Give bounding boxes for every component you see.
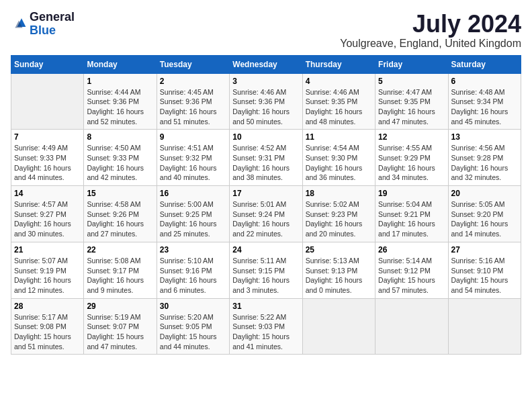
calendar-week-row: 21Sunrise: 5:07 AM Sunset: 9:19 PM Dayli… [11,242,521,298]
day-number: 7 [14,132,81,142]
day-info: Sunrise: 5:19 AM Sunset: 9:07 PM Dayligh… [87,312,153,352]
day-info: Sunrise: 5:02 AM Sunset: 9:23 PM Dayligh… [306,199,372,239]
day-info: Sunrise: 4:47 AM Sunset: 9:35 PM Dayligh… [378,87,445,127]
location-subtitle: Youlgreave, England, United Kingdom [340,38,521,50]
calendar-cell: 18Sunrise: 5:02 AM Sunset: 9:23 PM Dayli… [302,186,375,242]
calendar-cell: 21Sunrise: 5:07 AM Sunset: 9:19 PM Dayli… [11,242,84,298]
day-info: Sunrise: 4:54 AM Sunset: 9:30 PM Dayligh… [306,143,372,183]
calendar-cell: 28Sunrise: 5:17 AM Sunset: 9:08 PM Dayli… [11,298,84,355]
day-number: 13 [451,132,518,142]
calendar-cell: 4Sunrise: 4:46 AM Sunset: 9:35 PM Daylig… [302,73,375,130]
day-number: 26 [378,245,445,255]
calendar-cell: 6Sunrise: 4:48 AM Sunset: 9:34 PM Daylig… [448,73,521,130]
day-info: Sunrise: 5:22 AM Sunset: 9:03 PM Dayligh… [232,312,299,352]
day-info: Sunrise: 5:20 AM Sunset: 9:05 PM Dayligh… [160,312,226,352]
calendar-cell: 11Sunrise: 4:54 AM Sunset: 9:30 PM Dayli… [302,130,375,186]
day-number: 1 [87,77,153,86]
weekday-header-friday: Friday [375,55,448,73]
calendar-cell: 5Sunrise: 4:47 AM Sunset: 9:35 PM Daylig… [375,73,448,130]
calendar-cell [448,298,521,355]
day-info: Sunrise: 5:00 AM Sunset: 9:25 PM Dayligh… [160,199,226,239]
day-number: 9 [160,132,226,142]
calendar-cell: 22Sunrise: 5:08 AM Sunset: 9:17 PM Dayli… [84,242,157,298]
day-number: 12 [378,132,445,142]
calendar-cell: 15Sunrise: 4:58 AM Sunset: 9:26 PM Dayli… [84,186,157,242]
calendar-cell [11,73,84,130]
calendar-cell: 27Sunrise: 5:16 AM Sunset: 9:10 PM Dayli… [448,242,521,298]
day-info: Sunrise: 4:57 AM Sunset: 9:27 PM Dayligh… [14,199,81,239]
calendar-cell: 24Sunrise: 5:11 AM Sunset: 9:15 PM Dayli… [230,242,302,298]
day-info: Sunrise: 5:14 AM Sunset: 9:12 PM Dayligh… [378,256,445,295]
calendar-cell: 19Sunrise: 5:04 AM Sunset: 9:21 PM Dayli… [375,186,448,242]
weekday-header-wednesday: Wednesday [230,55,302,73]
weekday-row: SundayMondayTuesdayWednesdayThursdayFrid… [11,55,521,73]
day-number: 14 [14,189,81,198]
day-number: 4 [306,77,372,86]
day-number: 25 [306,245,372,255]
calendar-cell: 31Sunrise: 5:22 AM Sunset: 9:03 PM Dayli… [230,298,302,355]
month-title: July 2024 [340,11,521,38]
day-number: 17 [232,189,299,198]
day-info: Sunrise: 5:07 AM Sunset: 9:19 PM Dayligh… [14,256,81,295]
day-number: 11 [306,132,372,142]
day-info: Sunrise: 4:52 AM Sunset: 9:31 PM Dayligh… [232,143,299,183]
day-number: 10 [232,132,299,142]
calendar-table: SundayMondayTuesdayWednesdayThursdayFrid… [11,55,521,355]
day-info: Sunrise: 5:16 AM Sunset: 9:10 PM Dayligh… [451,256,518,295]
day-info: Sunrise: 4:44 AM Sunset: 9:36 PM Dayligh… [87,87,153,127]
day-number: 2 [160,77,226,86]
day-info: Sunrise: 4:46 AM Sunset: 9:36 PM Dayligh… [232,87,299,127]
calendar-cell: 2Sunrise: 4:45 AM Sunset: 9:36 PM Daylig… [157,73,229,130]
day-info: Sunrise: 5:01 AM Sunset: 9:24 PM Dayligh… [232,199,299,239]
calendar-body: 1Sunrise: 4:44 AM Sunset: 9:36 PM Daylig… [11,73,521,355]
calendar-cell: 3Sunrise: 4:46 AM Sunset: 9:36 PM Daylig… [230,73,302,130]
day-info: Sunrise: 5:13 AM Sunset: 9:13 PM Dayligh… [306,256,372,295]
calendar-week-row: 14Sunrise: 4:57 AM Sunset: 9:27 PM Dayli… [11,186,521,242]
day-number: 29 [87,302,153,311]
calendar-cell [375,298,448,355]
calendar-cell: 23Sunrise: 5:10 AM Sunset: 9:16 PM Dayli… [157,242,229,298]
day-info: Sunrise: 4:51 AM Sunset: 9:32 PM Dayligh… [160,143,226,183]
day-number: 22 [87,245,153,255]
day-number: 5 [378,77,445,86]
day-number: 16 [160,189,226,198]
calendar-cell: 17Sunrise: 5:01 AM Sunset: 9:24 PM Dayli… [230,186,302,242]
day-number: 23 [160,245,226,255]
day-info: Sunrise: 5:05 AM Sunset: 9:20 PM Dayligh… [451,199,518,239]
weekday-header-monday: Monday [84,55,157,73]
logo-general-text: General [30,10,75,24]
weekday-header-thursday: Thursday [302,55,375,73]
day-number: 27 [451,245,518,255]
day-info: Sunrise: 4:50 AM Sunset: 9:33 PM Dayligh… [87,143,153,183]
calendar-header: SundayMondayTuesdayWednesdayThursdayFrid… [11,55,521,73]
day-info: Sunrise: 4:45 AM Sunset: 9:36 PM Dayligh… [160,87,226,127]
day-info: Sunrise: 4:55 AM Sunset: 9:29 PM Dayligh… [378,143,445,183]
day-number: 28 [14,302,81,311]
day-number: 8 [87,132,153,142]
day-info: Sunrise: 5:11 AM Sunset: 9:15 PM Dayligh… [232,256,299,295]
calendar-cell: 8Sunrise: 4:50 AM Sunset: 9:33 PM Daylig… [84,130,157,186]
calendar-cell [302,298,375,355]
day-info: Sunrise: 5:08 AM Sunset: 9:17 PM Dayligh… [87,256,153,295]
calendar-cell: 12Sunrise: 4:55 AM Sunset: 9:29 PM Dayli… [375,130,448,186]
logo-icon [11,16,27,32]
day-info: Sunrise: 4:48 AM Sunset: 9:34 PM Dayligh… [451,87,518,127]
calendar-week-row: 1Sunrise: 4:44 AM Sunset: 9:36 PM Daylig… [11,73,521,130]
day-info: Sunrise: 5:04 AM Sunset: 9:21 PM Dayligh… [378,199,445,239]
calendar-cell: 30Sunrise: 5:20 AM Sunset: 9:05 PM Dayli… [157,298,229,355]
day-number: 15 [87,189,153,198]
calendar-week-row: 28Sunrise: 5:17 AM Sunset: 9:08 PM Dayli… [11,298,521,355]
calendar-cell: 20Sunrise: 5:05 AM Sunset: 9:20 PM Dayli… [448,186,521,242]
day-number: 24 [232,245,299,255]
day-info: Sunrise: 4:58 AM Sunset: 9:26 PM Dayligh… [87,199,153,239]
calendar-cell: 16Sunrise: 5:00 AM Sunset: 9:25 PM Dayli… [157,186,229,242]
calendar-cell: 13Sunrise: 4:56 AM Sunset: 9:28 PM Dayli… [448,130,521,186]
calendar-cell: 26Sunrise: 5:14 AM Sunset: 9:12 PM Dayli… [375,242,448,298]
calendar-cell: 7Sunrise: 4:49 AM Sunset: 9:33 PM Daylig… [11,130,84,186]
day-info: Sunrise: 5:17 AM Sunset: 9:08 PM Dayligh… [14,312,81,352]
calendar-week-row: 7Sunrise: 4:49 AM Sunset: 9:33 PM Daylig… [11,130,521,186]
day-number: 21 [14,245,81,255]
day-number: 19 [378,189,445,198]
logo: General Blue [11,11,75,38]
weekday-header-saturday: Saturday [448,55,521,73]
